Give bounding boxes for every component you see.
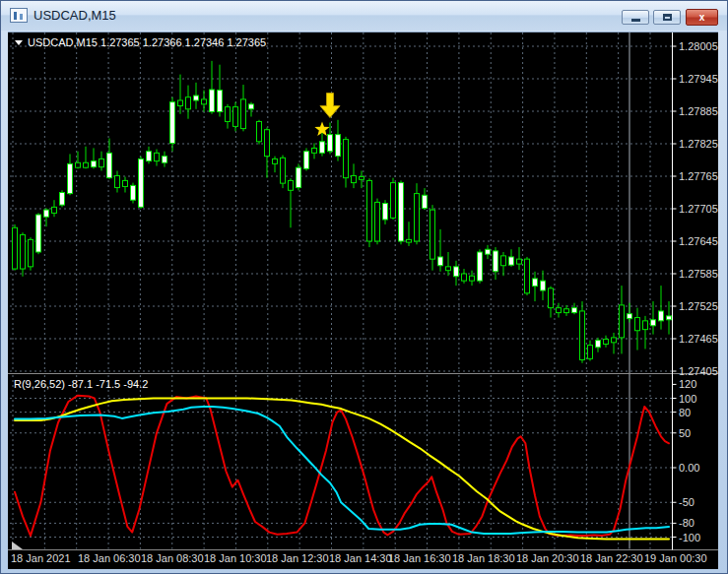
titlebar[interactable]: USDCAD,M15 x [1,1,727,31]
svg-text:19 Jan 00:30: 19 Jan 00:30 [644,552,707,564]
svg-text:1.27885: 1.27885 [679,105,718,117]
chart-window: USDCAD,M15 x 1.280051.279451.278851.2782… [0,0,728,574]
svg-text:18 Jan 20:30: 18 Jan 20:30 [516,552,579,564]
svg-text:1.27645: 1.27645 [679,235,718,247]
svg-text:120: 120 [679,378,696,390]
svg-text:1.27705: 1.27705 [679,203,718,215]
svg-text:18 Jan 08:30: 18 Jan 08:30 [141,552,204,564]
oscillator-axis: 12010080500.00-50-80-100 [673,378,701,542]
sell-arrow-annotation [320,94,340,118]
svg-text:1.27945: 1.27945 [679,73,718,85]
svg-text:18 Jan 12:30: 18 Jan 12:30 [266,552,329,564]
svg-text:18 Jan 2021: 18 Jan 2021 [11,552,71,564]
svg-text:1.28005: 1.28005 [679,40,718,52]
close-icon: x [699,12,705,23]
svg-text:18 Jan 14:30: 18 Jan 14:30 [329,552,392,564]
symbol-dropdown-icon [15,40,23,45]
grip-triangle [12,542,23,549]
maximize-button[interactable] [653,10,681,25]
svg-text:-50: -50 [679,496,695,508]
svg-text:-100: -100 [679,532,700,543]
svg-text:80: 80 [679,407,691,418]
svg-text:18 Jan 18:30: 18 Jan 18:30 [452,552,515,564]
svg-text:18 Jan 06:30: 18 Jan 06:30 [78,552,141,564]
time-axis: 18 Jan 202118 Jan 06:3018 Jan 08:3018 Ja… [11,552,707,564]
svg-text:100: 100 [679,393,696,405]
chart-canvas[interactable]: 1.280051.279451.278851.278251.277651.277… [8,32,718,569]
svg-text:1.27405: 1.27405 [679,365,718,377]
svg-text:1.27465: 1.27465 [679,333,718,345]
svg-text:18 Jan 22:30: 18 Jan 22:30 [580,552,643,564]
svg-text:0.00: 0.00 [679,462,699,474]
svg-text:R(9,26,52) -87.1 -71.5 -94.2: R(9,26,52) -87.1 -71.5 -94.2 [14,378,148,390]
price-axis: 1.280051.279451.278851.278251.277651.277… [673,40,718,377]
ohlc-header: USDCAD,M15 1.27365 1.27366 1.27346 1.273… [15,36,266,48]
minimize-icon [631,19,640,22]
svg-text:1.27585: 1.27585 [679,268,718,280]
svg-text:18 Jan 16:30: 18 Jan 16:30 [388,552,451,564]
indicator-header: R(9,26,52) -87.1 -71.5 -94.2 [14,378,148,390]
svg-text:18 Jan 10:30: 18 Jan 10:30 [204,552,267,564]
grid-lines [10,32,672,549]
chart-client-area: 1.280051.279451.278851.278251.277651.277… [8,32,718,569]
maximize-icon [663,14,672,21]
window-title: USDCAD,M15 [33,8,116,23]
svg-text:1.27765: 1.27765 [679,170,718,182]
svg-text:USDCAD,M15 1.27365 1.27366 1.: USDCAD,M15 1.27365 1.27366 1.27346 1.273… [28,36,266,48]
candlesticks [13,61,672,363]
chart-annotations [314,94,340,136]
svg-text:1.27525: 1.27525 [679,300,718,312]
subwindow-grip [12,542,23,549]
svg-text:1.27825: 1.27825 [679,138,718,150]
minimize-button[interactable] [622,10,649,25]
chart-window-icon [10,8,28,23]
close-button[interactable]: x [686,9,718,26]
svg-text:50: 50 [679,427,691,439]
svg-text:-80: -80 [679,517,695,529]
